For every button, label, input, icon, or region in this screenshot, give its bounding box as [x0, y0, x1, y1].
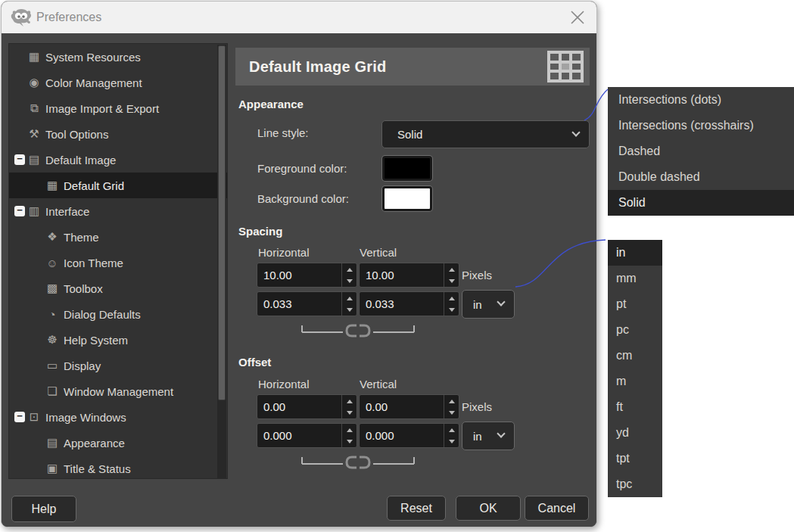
offset-link-chain-icon[interactable] — [300, 454, 416, 474]
sidebar-item-default-grid[interactable]: ▦ Default Grid — [9, 173, 227, 198]
offset-horizontal-px-spinner[interactable]: 0.00 — [257, 394, 357, 419]
spinner-arrows-icon[interactable] — [444, 395, 459, 418]
scrollbar-thumb[interactable] — [218, 45, 226, 400]
menu-item-solid[interactable]: Solid — [608, 190, 794, 216]
offset-unit-dropdown[interactable]: in — [462, 422, 515, 450]
toolbox-icon: ▩ — [45, 282, 60, 295]
spinner-arrows-icon[interactable] — [341, 263, 357, 287]
spinner-arrows-icon[interactable] — [444, 263, 459, 287]
sidebar-item-image-import-export[interactable]: ⧉ Image Import & Export — [9, 95, 227, 121]
spacing-vertical-label: Vertical — [360, 246, 397, 259]
sidebar-item-tool-options[interactable]: ⚒ Tool Options — [9, 121, 227, 147]
background-color-swatch[interactable] — [382, 186, 432, 211]
import-export-icon: ⧉ — [26, 101, 42, 115]
sidebar-item-help-system[interactable]: ☸ Help System — [9, 327, 227, 353]
grid-page-icon — [547, 51, 584, 86]
spinner-arrows-icon[interactable] — [341, 424, 357, 447]
collapse-expander-icon[interactable]: − — [14, 206, 25, 216]
reset-button[interactable]: Reset — [387, 496, 446, 521]
sidebar-item-icon-theme[interactable]: ☺ Icon Theme — [9, 250, 227, 275]
theme-icon: ❖ — [45, 230, 60, 244]
foreground-color-swatch[interactable] — [382, 156, 432, 181]
menu-item-tpc[interactable]: tpc — [608, 471, 662, 497]
spinner-arrows-icon[interactable] — [444, 424, 459, 447]
menu-item-m[interactable]: m — [608, 369, 662, 394]
offset-heading: Offset — [238, 356, 271, 369]
cancel-button[interactable]: Cancel — [525, 496, 589, 521]
offset-pixels-label: Pixels — [462, 400, 492, 413]
spacing-horizontal-label: Horizontal — [258, 246, 310, 259]
menu-item-intersections-crosshairs[interactable]: Intersections (crosshairs) — [608, 113, 794, 138]
collapse-expander-icon[interactable]: − — [14, 154, 25, 165]
spacing-horizontal-px-spinner[interactable]: 10.00 — [257, 263, 357, 288]
chevron-down-icon — [571, 128, 580, 136]
tools-icon: ⚒ — [26, 127, 42, 141]
preferences-category-tree: ▦ System Resources ◉ Color Management ⧉ … — [8, 43, 228, 479]
page-title: Default Image Grid — [249, 58, 386, 76]
menu-item-intersections-dots[interactable]: Intersections (dots) — [608, 87, 794, 113]
spacing-link-chain-icon[interactable] — [300, 322, 416, 342]
sidebar-item-color-management[interactable]: ◉ Color Management — [9, 70, 227, 95]
menu-item-dashed[interactable]: Dashed — [608, 138, 794, 164]
sidebar-item-toolbox[interactable]: ▩ Toolbox — [9, 275, 227, 301]
background-color-label: Background color: — [257, 192, 349, 205]
offset-vertical-unit-spinner[interactable]: 0.000 — [359, 423, 459, 448]
dialog-body: ▦ System Resources ◉ Color Management ⧉ … — [2, 33, 596, 527]
sidebar-item-image-windows[interactable]: − ⊡ Image Windows — [9, 404, 227, 430]
sidebar-item-display[interactable]: ▭ Display — [9, 353, 227, 378]
help-button[interactable]: Help — [11, 496, 76, 522]
collapse-expander-icon[interactable]: − — [14, 412, 25, 422]
offset-horizontal-label: Horizontal — [258, 378, 310, 390]
sidebar-item-theme[interactable]: ❖ Theme — [9, 224, 227, 250]
menu-item-ft[interactable]: ft — [608, 394, 662, 420]
foreground-color-label: Foreground color: — [257, 162, 347, 175]
spacing-vertical-unit-spinner[interactable]: 0.033 — [359, 291, 459, 316]
sidebar-item-default-image[interactable]: − ▤ Default Image — [9, 147, 227, 173]
interface-icon: ▥ — [26, 204, 42, 218]
sidebar-item-appearance[interactable]: ▤ Appearance — [9, 430, 227, 456]
titlebar[interactable]: Preferences — [2, 2, 596, 33]
line-style-dropdown[interactable]: Solid — [381, 120, 590, 148]
title-bar-icon: ▣ — [45, 462, 60, 475]
menu-item-cm[interactable]: cm — [608, 343, 662, 369]
chevron-down-icon — [497, 297, 505, 306]
offset-horizontal-unit-spinner[interactable]: 0.000 — [257, 423, 357, 448]
spacing-horizontal-unit-spinner[interactable]: 0.033 — [257, 291, 357, 316]
menu-item-tpt[interactable]: tpt — [608, 446, 662, 471]
ok-button[interactable]: OK — [456, 496, 521, 521]
sidebar-item-title-status[interactable]: ▣ Title & Status — [9, 456, 227, 479]
gauge-icon: ◔ — [45, 308, 60, 321]
spacing-heading: Spacing — [238, 225, 282, 238]
monitor-icon: ▭ — [45, 359, 60, 372]
spacing-pixels-label: Pixels — [462, 269, 492, 282]
spinner-arrows-icon[interactable] — [444, 292, 459, 316]
sidebar-item-interface[interactable]: − ▥ Interface — [9, 198, 227, 224]
page-header: Default Image Grid — [235, 48, 590, 86]
windows-icon: ❏ — [45, 384, 60, 398]
close-icon[interactable] — [569, 9, 586, 26]
sidebar-item-dialog-defaults[interactable]: ◔ Dialog Defaults — [9, 301, 227, 327]
spacing-unit-dropdown[interactable]: in — [462, 290, 515, 319]
offset-vertical-label: Vertical — [360, 378, 397, 390]
menu-item-yd[interactable]: yd — [608, 420, 662, 446]
sidebar-scrollbar[interactable] — [217, 45, 226, 479]
lifebuoy-icon: ☸ — [45, 333, 60, 347]
menu-item-double-dashed[interactable]: Double dashed — [608, 164, 794, 190]
menu-item-pt[interactable]: pt — [608, 291, 662, 317]
sidebar-item-window-management[interactable]: ❏ Window Management — [9, 378, 227, 404]
menu-item-pc[interactable]: pc — [608, 317, 662, 343]
offset-vertical-px-spinner[interactable]: 0.00 — [359, 394, 459, 419]
appearance-icon: ▤ — [45, 436, 60, 450]
spinner-arrows-icon[interactable] — [341, 395, 357, 418]
chevron-down-icon — [497, 429, 505, 437]
cpu-icon: ▦ — [26, 50, 42, 64]
spacing-vertical-px-spinner[interactable]: 10.00 — [359, 263, 459, 288]
menu-item-mm[interactable]: mm — [608, 266, 662, 291]
screenshot-root: Preferences ▦ System Resources ◉ Color M… — [0, 0, 794, 532]
preferences-dialog: Preferences ▦ System Resources ◉ Color M… — [1, 1, 597, 527]
spinner-arrows-icon[interactable] — [341, 292, 357, 316]
menu-item-in[interactable]: in — [608, 240, 662, 266]
line-style-options-popup: Intersections (dots) Intersections (cros… — [608, 87, 794, 216]
sidebar-item-system-resources[interactable]: ▦ System Resources — [9, 44, 227, 70]
gimp-wilber-icon — [10, 8, 33, 27]
